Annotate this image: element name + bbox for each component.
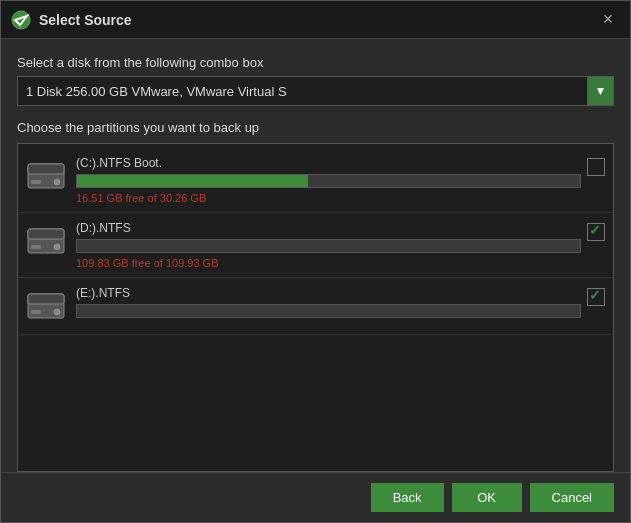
partitions-label: Choose the partitions you want to back u… [17, 120, 614, 135]
partition-progress-bg-e-drive [76, 304, 581, 318]
disk-svg-c-drive [27, 160, 65, 192]
combo-label: Select a disk from the following combo b… [17, 55, 614, 70]
back-button[interactable]: Back [371, 483, 444, 512]
partition-checkbox-d-drive[interactable] [587, 223, 605, 241]
partition-list: (C:).NTFS Boot. 16.51 GB free of 30.26 G… [18, 144, 613, 471]
disk-svg-e-drive [27, 290, 65, 322]
close-button[interactable]: × [596, 8, 620, 32]
partition-item-d-drive: (D:).NTFS 109.83 GB free of 109.93 GB [18, 213, 613, 278]
partition-item-e-drive: (E:).NTFS [18, 278, 613, 335]
partition-name-c-drive: (C:).NTFS Boot. [76, 156, 581, 170]
svg-point-13 [54, 309, 60, 315]
partition-checkbox-e-drive[interactable] [587, 288, 605, 306]
svg-rect-8 [31, 245, 41, 249]
partition-progress-fill-c-drive [77, 175, 308, 187]
svg-rect-3 [28, 164, 64, 174]
partition-progress-bg-d-drive [76, 239, 581, 253]
svg-rect-7 [28, 229, 64, 239]
partition-info-e-drive: (E:).NTFS [76, 286, 581, 322]
partition-icon-d-drive [26, 221, 66, 261]
svg-point-5 [54, 179, 60, 185]
dialog-title: Select Source [39, 12, 596, 28]
dialog-body: Select a disk from the following combo b… [1, 39, 630, 472]
partition-progress-bg-c-drive [76, 174, 581, 188]
footer: Back OK Cancel [1, 472, 630, 522]
partition-list-container: (C:).NTFS Boot. 16.51 GB free of 30.26 G… [17, 143, 614, 472]
select-source-dialog: Select Source × Select a disk from the f… [0, 0, 631, 523]
combo-row: 1 Disk 256.00 GB VMware, VMware Virtual … [17, 76, 614, 106]
cancel-button[interactable]: Cancel [530, 483, 614, 512]
ok-button[interactable]: OK [452, 483, 522, 512]
disk-svg-d-drive [27, 225, 65, 257]
title-bar: Select Source × [1, 1, 630, 39]
partition-size-d-drive: 109.83 GB free of 109.93 GB [76, 257, 581, 269]
svg-rect-11 [28, 294, 64, 304]
partition-checkbox-c-drive[interactable] [587, 158, 605, 176]
dialog-icon [11, 10, 31, 30]
partition-info-c-drive: (C:).NTFS Boot. 16.51 GB free of 30.26 G… [76, 156, 581, 204]
partition-icon-e-drive [26, 286, 66, 326]
partition-name-d-drive: (D:).NTFS [76, 221, 581, 235]
partition-item-c-drive: (C:).NTFS Boot. 16.51 GB free of 30.26 G… [18, 148, 613, 213]
svg-point-9 [54, 244, 60, 250]
partition-size-c-drive: 16.51 GB free of 30.26 GB [76, 192, 581, 204]
partition-info-d-drive: (D:).NTFS 109.83 GB free of 109.93 GB [76, 221, 581, 269]
svg-rect-12 [31, 310, 41, 314]
svg-rect-4 [31, 180, 41, 184]
combo-arrow-button[interactable]: ▼ [588, 76, 614, 106]
disk-combo[interactable]: 1 Disk 256.00 GB VMware, VMware Virtual … [17, 76, 588, 106]
partition-icon-c-drive [26, 156, 66, 196]
partition-name-e-drive: (E:).NTFS [76, 286, 581, 300]
